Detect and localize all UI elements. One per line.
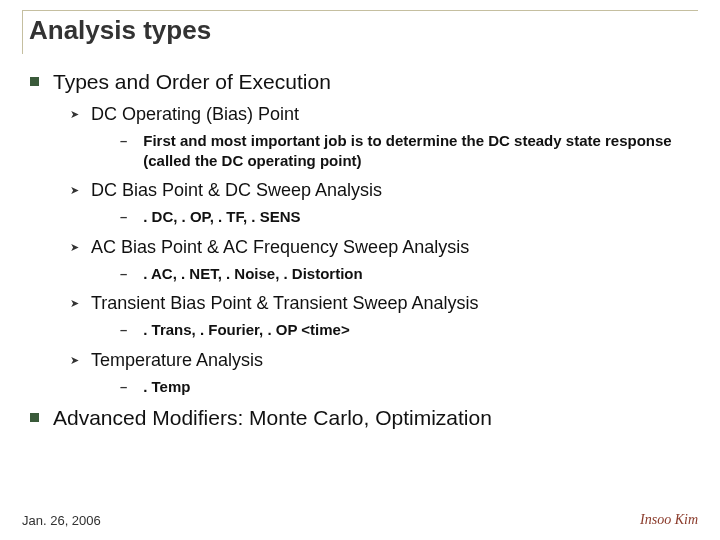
slide: Analysis types Types and Order of Execut…: [0, 0, 720, 430]
footer-date: Jan. 26, 2006: [22, 513, 101, 528]
l1-text: Types and Order of Execution: [53, 70, 331, 94]
bullet-l2: ➤ AC Bias Point & AC Frequency Sweep Ana…: [70, 237, 698, 258]
bullet-l3: – . Trans, . Fourier, . OP <time>: [120, 320, 698, 340]
dash-bullet-icon: –: [120, 133, 127, 148]
square-bullet-icon: [30, 413, 39, 422]
bullet-l3: – . AC, . NET, . Noise, . Distortion: [120, 264, 698, 284]
l2-text: Temperature Analysis: [91, 350, 263, 371]
dash-bullet-icon: –: [120, 209, 127, 224]
title-container: Analysis types: [22, 10, 698, 54]
slide-title: Analysis types: [29, 15, 698, 46]
chevron-bullet-icon: ➤: [70, 108, 79, 121]
footer: Jan. 26, 2006 Insoo Kim: [22, 512, 698, 528]
chevron-bullet-icon: ➤: [70, 354, 79, 367]
bullet-l2: ➤ DC Bias Point & DC Sweep Analysis: [70, 180, 698, 201]
bullet-l3: – First and most important job is to det…: [120, 131, 698, 170]
l2-text: Transient Bias Point & Transient Sweep A…: [91, 293, 479, 314]
l2-text: AC Bias Point & AC Frequency Sweep Analy…: [91, 237, 469, 258]
dash-bullet-icon: –: [120, 266, 127, 281]
bullet-l3: – . Temp: [120, 377, 698, 397]
square-bullet-icon: [30, 77, 39, 86]
l3-text: First and most important job is to deter…: [143, 131, 673, 170]
chevron-bullet-icon: ➤: [70, 184, 79, 197]
slide-content: Types and Order of Execution ➤ DC Operat…: [22, 70, 698, 430]
l2-text: DC Bias Point & DC Sweep Analysis: [91, 180, 382, 201]
dash-bullet-icon: –: [120, 379, 127, 394]
bullet-l3: – . DC, . OP, . TF, . SENS: [120, 207, 698, 227]
footer-author: Insoo Kim: [640, 512, 698, 528]
bullet-l2: ➤ DC Operating (Bias) Point: [70, 104, 698, 125]
l1-text: Advanced Modifiers: Monte Carlo, Optimiz…: [53, 406, 492, 430]
bullet-l1: Advanced Modifiers: Monte Carlo, Optimiz…: [30, 406, 698, 430]
bullet-l1: Types and Order of Execution: [30, 70, 698, 94]
l3-text: . Trans, . Fourier, . OP <time>: [143, 320, 349, 340]
bullet-l2: ➤ Temperature Analysis: [70, 350, 698, 371]
chevron-bullet-icon: ➤: [70, 241, 79, 254]
bullet-l2: ➤ Transient Bias Point & Transient Sweep…: [70, 293, 698, 314]
dash-bullet-icon: –: [120, 322, 127, 337]
l3-text: . Temp: [143, 377, 190, 397]
l3-text: . AC, . NET, . Noise, . Distortion: [143, 264, 362, 284]
chevron-bullet-icon: ➤: [70, 297, 79, 310]
l2-text: DC Operating (Bias) Point: [91, 104, 299, 125]
l3-text: . DC, . OP, . TF, . SENS: [143, 207, 300, 227]
